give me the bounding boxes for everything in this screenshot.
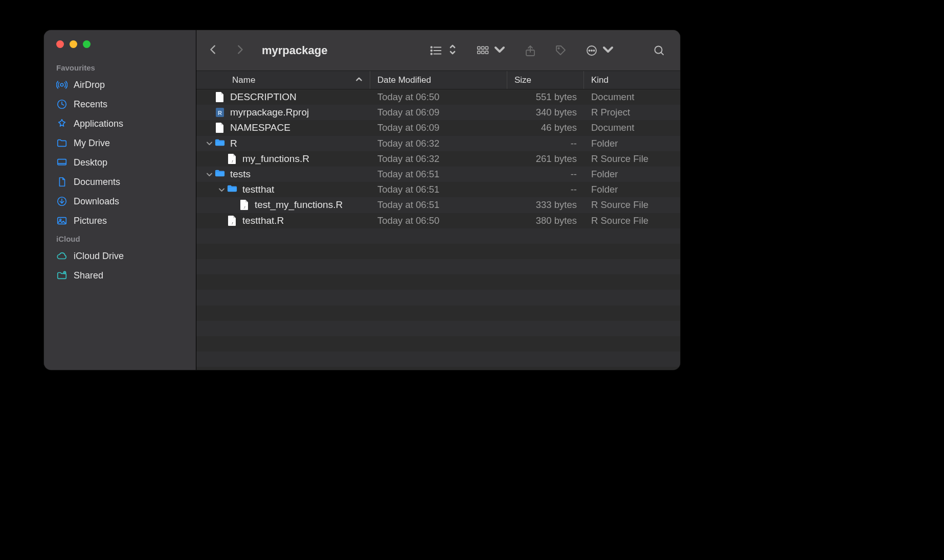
column-header-name[interactable]: Name (196, 71, 370, 89)
file-size: 261 bytes (507, 153, 584, 165)
col-kind-label: Kind (591, 75, 609, 85)
sidebar-item-label: Shared (74, 270, 103, 281)
sidebar-item-icloud-drive[interactable]: iCloud Drive (44, 246, 196, 266)
file-row[interactable]: testsToday at 06:51--Folder (196, 167, 680, 182)
rsrc-icon (227, 215, 237, 226)
svg-point-16 (591, 50, 592, 51)
back-button[interactable] (208, 43, 219, 58)
file-size: 551 bytes (507, 91, 584, 103)
sidebar-item-label: My Drive (74, 138, 110, 149)
svg-rect-10 (482, 51, 484, 53)
file-row[interactable]: test_my_functions.RToday at 06:51333 byt… (196, 197, 680, 213)
sidebar-item-shared[interactable]: Shared (44, 266, 196, 285)
file-row[interactable]: DESCRIPTIONToday at 06:50551 bytesDocume… (196, 89, 680, 105)
file-kind: Folder (584, 138, 680, 149)
svg-point-17 (593, 50, 594, 51)
file-date: Today at 06:50 (370, 91, 507, 103)
svg-rect-7 (482, 46, 484, 49)
airdrop-icon (56, 79, 68, 90)
tags-button[interactable] (554, 44, 568, 57)
file-kind: Document (584, 91, 680, 103)
column-header-kind[interactable]: Kind (584, 71, 680, 89)
file-row[interactable]: testthat.RToday at 06:50380 bytesR Sourc… (196, 213, 680, 228)
file-size: 46 bytes (507, 122, 584, 133)
file-row[interactable]: RToday at 06:32--Folder (196, 136, 680, 151)
sidebar-item-label: AirDrop (74, 80, 105, 90)
file-size: 340 bytes (507, 107, 584, 118)
svg-rect-8 (485, 46, 488, 49)
file-date: Today at 06:32 (370, 138, 507, 149)
file-name: my_functions.R (242, 153, 309, 165)
sidebar-item-my-drive[interactable]: My Drive (44, 133, 196, 153)
shared-icon (56, 270, 68, 281)
sidebar-sections: FavouritesAirDropRecentsApplicationsMy D… (44, 59, 196, 285)
file-kind: R Source File (584, 215, 680, 226)
disclosure-open-icon[interactable] (206, 141, 213, 146)
file-name: tests (230, 169, 251, 180)
disclosure-open-icon[interactable] (206, 172, 213, 177)
col-date-label: Date Modified (377, 75, 431, 85)
sidebar-item-label: Desktop (74, 157, 107, 168)
toolbar: myrpackage (196, 30, 680, 71)
file-size: -- (507, 184, 584, 195)
col-size-label: Size (514, 75, 531, 85)
sidebar-item-documents[interactable]: Documents (44, 172, 196, 192)
sidebar-item-label: Documents (74, 177, 120, 188)
view-mode-button[interactable] (430, 43, 459, 58)
rsrc-icon (239, 199, 250, 211)
file-kind: Document (584, 122, 680, 133)
file-row[interactable]: NAMESPACEToday at 06:0946 bytesDocument (196, 120, 680, 135)
file-row[interactable]: my_functions.RToday at 06:32261 bytesR S… (196, 151, 680, 167)
column-header: Name Date Modified Size Kind (196, 71, 680, 89)
svg-point-4 (431, 53, 432, 55)
file-row[interactable]: myrpackage.RprojToday at 06:09340 bytesR… (196, 105, 680, 120)
sidebar-item-label: Downloads (74, 196, 119, 207)
rproj-icon (215, 107, 225, 118)
zoom-window-button[interactable] (83, 40, 91, 48)
disclosure-open-icon[interactable] (218, 187, 225, 193)
desktop-icon (56, 157, 68, 168)
sidebar-section-header: iCloud (44, 230, 196, 246)
svg-rect-11 (485, 51, 488, 53)
search-button[interactable] (653, 44, 666, 57)
sidebar-item-label: iCloud Drive (74, 251, 124, 262)
file-kind: R Source File (584, 153, 680, 165)
sidebar-item-airdrop[interactable]: AirDrop (44, 75, 196, 95)
doc-icon (215, 122, 225, 133)
file-size: 380 bytes (507, 215, 584, 226)
file-list: DESCRIPTIONToday at 06:50551 bytesDocume… (196, 89, 680, 370)
sidebar-item-applications[interactable]: Applications (44, 114, 196, 133)
sidebar-item-desktop[interactable]: Desktop (44, 153, 196, 172)
file-date: Today at 06:51 (370, 169, 507, 180)
folder-icon (215, 138, 225, 149)
share-button[interactable] (524, 44, 537, 57)
file-date: Today at 06:51 (370, 184, 507, 195)
actions-button[interactable] (585, 43, 615, 58)
file-kind: Folder (584, 169, 680, 180)
file-row[interactable]: testthatToday at 06:51--Folder (196, 182, 680, 197)
file-kind: R Project (584, 107, 680, 118)
sidebar-item-recents[interactable]: Recents (44, 95, 196, 114)
window-title: myrpackage (262, 44, 420, 57)
apps-icon (56, 118, 68, 129)
column-header-date[interactable]: Date Modified (370, 71, 507, 89)
file-kind: R Source File (584, 199, 680, 211)
file-size: -- (507, 138, 584, 149)
pictures-icon (56, 215, 68, 226)
group-by-button[interactable] (477, 43, 506, 58)
file-date: Today at 06:32 (370, 153, 507, 165)
file-name: testthat (242, 184, 274, 195)
minimize-window-button[interactable] (70, 40, 77, 48)
sidebar-item-downloads[interactable]: Downloads (44, 192, 196, 211)
file-size: -- (507, 169, 584, 180)
file-name: NAMESPACE (230, 122, 290, 133)
folder-icon (215, 169, 225, 180)
close-window-button[interactable] (56, 40, 64, 48)
forward-button[interactable] (234, 43, 245, 58)
sidebar-item-pictures[interactable]: Pictures (44, 211, 196, 230)
svg-point-13 (558, 48, 559, 49)
file-date: Today at 06:09 (370, 122, 507, 133)
download-icon (56, 196, 68, 207)
clock-icon (56, 99, 68, 110)
column-header-size[interactable]: Size (507, 71, 584, 89)
